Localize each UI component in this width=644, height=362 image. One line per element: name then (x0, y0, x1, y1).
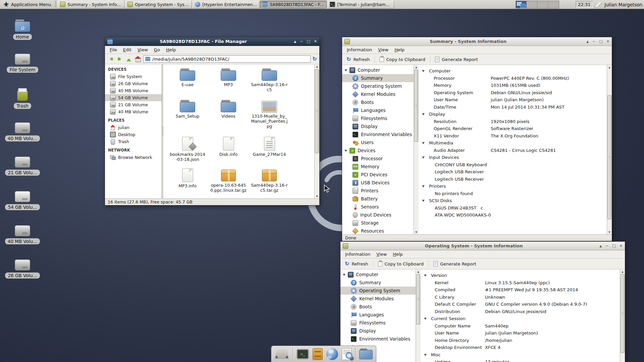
tree-item-summary[interactable]: Summary (340, 279, 416, 287)
taskbar-button-summary[interactable]: Summary - System Infor... (58, 1, 124, 8)
tree-item-boots[interactable]: Boots (342, 98, 414, 106)
tree-item-processor[interactable]: Processor (342, 155, 414, 163)
terminal-icon[interactable]: >_ (297, 349, 309, 359)
shade-button[interactable]: ▲ (294, 40, 296, 43)
tree-item-users[interactable]: Users (342, 138, 414, 146)
file-item[interactable]: 1310-Muelle_by_Manuel_Puentes.jpg (249, 100, 290, 137)
maximize-button[interactable]: □ (599, 39, 602, 44)
info-row[interactable]: Audio AdapterCS4281 - Cirrus Logic CS428… (419, 147, 607, 154)
minimize-button[interactable]: − (605, 244, 608, 248)
content-scrollbar[interactable]: ▲ (620, 269, 625, 362)
home-button[interactable] (135, 56, 141, 62)
sidebar-item-julian[interactable]: julian (105, 124, 162, 131)
expander-icon[interactable] (343, 274, 345, 277)
maximize-button[interactable]: □ (307, 39, 310, 44)
info-row[interactable]: DistributionDebian GNU/Linux jessie/sid (421, 308, 620, 315)
content-scrollbar[interactable]: ▲ ▼ (607, 65, 612, 234)
sidebar-item-trash[interactable]: Trash (105, 138, 162, 145)
expander-icon[interactable] (422, 113, 425, 117)
tree-item-boots[interactable]: Boots (340, 303, 416, 311)
menu-information[interactable]: Information (344, 47, 375, 53)
sidebar-item-40mb[interactable]: 40 MB Volume (105, 87, 162, 94)
tree-item-operating-system[interactable]: Operating System (340, 287, 416, 295)
scrollbar-thumb[interactable] (621, 274, 625, 353)
file-cabinet-icon[interactable] (313, 348, 323, 360)
document-search-icon[interactable] (342, 348, 352, 360)
group-row[interactable]: Display (419, 111, 607, 118)
file-item[interactable]: Videos (208, 100, 249, 137)
maximize-button[interactable]: □ (612, 244, 615, 248)
workspace-3[interactable] (537, 1, 548, 8)
menu-help[interactable]: Help (390, 251, 406, 257)
scroll-down-icon[interactable]: ▼ (607, 230, 612, 234)
up-button[interactable] (125, 56, 132, 62)
file-item[interactable]: Sam_Setup (167, 100, 208, 137)
taskbar-button-operating-system[interactable]: Operating System - Syst... (125, 1, 192, 8)
tree-item-filesystems[interactable]: Filesystems (340, 319, 416, 327)
group-row[interactable]: Input Devices (419, 154, 607, 161)
shade-button[interactable]: ▲ (586, 40, 589, 43)
expander-icon[interactable] (344, 150, 347, 153)
generate-report-button[interactable]: Generate Report (432, 55, 481, 64)
group-row[interactable]: Misc (421, 351, 620, 359)
scroll-down-icon[interactable]: ▼ (414, 230, 419, 234)
info-row[interactable]: User Namejulian (Julian Margetson) (419, 96, 607, 104)
workspace-switcher[interactable] (516, 1, 559, 8)
expander-icon[interactable] (424, 318, 427, 321)
generate-report-button[interactable]: Generate Report (431, 259, 479, 268)
info-row[interactable]: Uptime13 minutes (421, 358, 620, 362)
refresh-button[interactable]: ↻Refresh (342, 259, 371, 268)
menu-information[interactable]: Information (342, 251, 373, 257)
tree-item-computer[interactable]: Computer (342, 66, 414, 74)
file-item[interactable]: Sam440ep-3.16-rc5.tar.gz (249, 168, 290, 198)
file-item[interactable]: MP3.info (167, 168, 208, 198)
scroll-up-icon[interactable]: ▲ (620, 269, 625, 274)
menu-help[interactable]: Help (391, 47, 408, 53)
scrollbar-thumb[interactable] (607, 95, 611, 219)
tree-item-sensors[interactable]: Sensors (342, 203, 414, 211)
info-row[interactable]: Logitech USB Receiver (419, 168, 607, 176)
sidebar-item-40mb-2[interactable]: 40 MB Volume (105, 108, 162, 115)
menu-go[interactable]: Go (151, 47, 163, 53)
sidebar-item-54gb-selected[interactable]: 54 GB Volume (105, 94, 162, 101)
group-row[interactable]: Computer (419, 67, 607, 75)
back-button[interactable] (107, 56, 114, 62)
info-row[interactable]: User Namejulian (Julian Margetson) (421, 329, 620, 337)
info-row[interactable]: Home Directory/home/julian (421, 337, 620, 344)
expander-icon[interactable] (422, 142, 425, 145)
desktop-icon-home[interactable]: ⌂ Home (3, 19, 42, 40)
desktop-icon-file-system[interactable]: File System (3, 54, 42, 73)
tree-item-display[interactable]: Display (340, 327, 416, 335)
workspace-1[interactable] (516, 1, 527, 8)
workspace-2[interactable] (527, 1, 537, 8)
info-row[interactable]: OpenGL RendererSoftware Rasterizer (419, 125, 607, 132)
clock[interactable]: 22:31 (576, 1, 593, 8)
desktop-icon-trash[interactable]: Trash (3, 88, 42, 109)
sidebar-item-browse-network[interactable]: Browse Network (105, 154, 162, 161)
tree-item-languages[interactable]: Languages (340, 311, 416, 319)
tree-item-kernel-modules[interactable]: Kernel Modules (342, 90, 414, 98)
sidebar-scrollbar[interactable]: ▲ ▼ (414, 65, 419, 234)
menu-help[interactable]: Help (163, 47, 179, 53)
file-item[interactable]: E-uae (167, 68, 208, 100)
sidebar-item-desktop[interactable]: Desktop (105, 131, 162, 138)
applications-menu-button[interactable]: Applications Menu (1, 1, 54, 8)
tree-item-display[interactable]: Display (342, 122, 414, 130)
info-row[interactable]: CHICONY USB Keyboard (419, 161, 607, 169)
tree-item-battery[interactable]: Battery (342, 195, 414, 203)
info-row[interactable]: Desktop EnvironmentXFCE 4 (421, 344, 620, 351)
file-item[interactable]: opera-10.63-6450.ppc.linux.tar.gz (208, 168, 249, 198)
web-browser-icon[interactable] (326, 348, 338, 360)
close-button[interactable]: ✕ (606, 39, 609, 44)
menu-view[interactable]: View (375, 47, 391, 53)
menu-edit[interactable]: Edit (120, 47, 135, 53)
file-item[interactable]: Disk.info (208, 137, 249, 168)
info-row[interactable]: ATA WDC WD5000AAKS-0 (419, 212, 607, 219)
scroll-up-icon[interactable]: ▲ (416, 269, 421, 274)
group-row[interactable]: Multimedia (419, 139, 607, 147)
desktop-icon-40mb-volume[interactable]: 40 MB Volu... (3, 122, 42, 141)
minimize-button[interactable]: − (300, 39, 303, 44)
scrollbar-thumb[interactable] (315, 69, 319, 153)
group-row[interactable]: SCSI Disks (419, 197, 607, 204)
info-row[interactable]: No printers found (419, 190, 607, 197)
